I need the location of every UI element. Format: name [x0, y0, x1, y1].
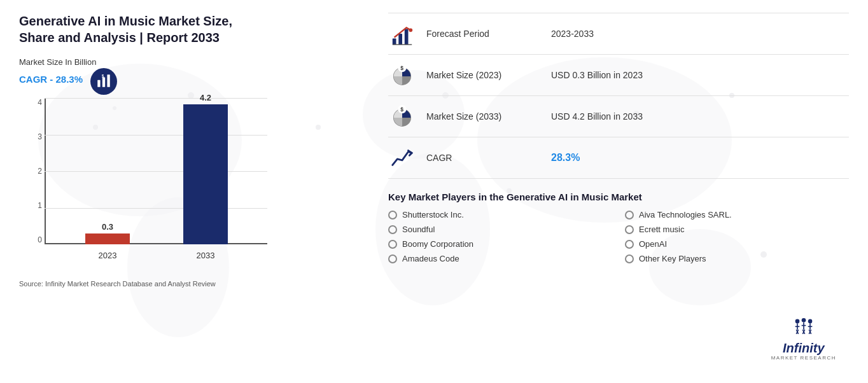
cagr-label: CAGR - 28.3%	[19, 74, 83, 85]
infinity-logo: Infinity Market Research	[771, 316, 836, 361]
player-bullet-1	[388, 211, 397, 219]
metric-name-size2033: Market Size (2033)	[426, 111, 541, 122]
svg-rect-20	[398, 34, 402, 45]
players-section: Key Market Players in the Generative AI …	[388, 192, 849, 265]
svg-text:$: $	[400, 106, 403, 113]
svg-point-32	[808, 319, 812, 324]
svg-point-31	[801, 318, 806, 323]
svg-text:$: $	[400, 65, 403, 71]
player-name-3: Soundful	[402, 225, 435, 234]
bar-2023	[85, 233, 130, 244]
metric-row-size2033: $ Market Size (2033) USD 4.2 Billion in …	[388, 96, 849, 137]
forecast-icon	[388, 20, 416, 48]
metric-name-size2023: Market Size (2023)	[426, 70, 541, 80]
metric-row-forecast: Forecast Period 2023-2033	[388, 13, 849, 55]
player-item-7: Amadeus Code	[388, 253, 612, 265]
metric-value-cagr: 28.3%	[551, 152, 580, 164]
player-item-5: Boomy Corporation	[388, 238, 612, 250]
y-tick-3: 3	[38, 132, 42, 141]
player-bullet-3	[388, 225, 397, 234]
player-bullet-6	[625, 240, 634, 249]
metric-row-cagr: CAGR 28.3%	[388, 137, 849, 179]
players-grid: Shutterstock Inc. Aiva Technologies SARL…	[388, 209, 849, 265]
source-text: Source: Infinity Market Research Databas…	[19, 280, 363, 288]
report-title: Generative AI in Music Market Size, Shar…	[19, 13, 261, 46]
y-tick-1: 1	[38, 201, 42, 210]
left-panel: Generative AI in Music Market Size, Shar…	[19, 13, 363, 370]
player-name-4: Ecrett music	[639, 225, 685, 234]
cagr-icon: $	[90, 68, 117, 95]
metrics-section: Forecast Period 2023-2033 $	[388, 13, 849, 179]
metric-value-forecast: 2023-2033	[551, 29, 594, 39]
y-tick-0: 0	[38, 235, 42, 244]
player-item-1: Shutterstock Inc.	[388, 209, 612, 221]
svg-point-22	[409, 28, 412, 32]
player-item-6: OpenAI	[625, 238, 849, 250]
player-item-2: Aiva Technologies SARL.	[625, 209, 849, 221]
bar-value-2033: 4.2	[200, 93, 211, 102]
bar-value-2023: 0.3	[102, 222, 113, 232]
size2033-icon: $	[388, 102, 416, 130]
player-item-4: Ecrett music	[625, 223, 849, 235]
metric-name-forecast: Forecast Period	[426, 29, 541, 39]
player-bullet-5	[388, 240, 397, 249]
player-name-6: OpenAI	[639, 239, 667, 249]
logo-icon	[788, 316, 820, 342]
player-name-5: Boomy Corporation	[402, 239, 473, 249]
players-title: Key Market Players in the Generative AI …	[388, 192, 849, 202]
bar-2033	[183, 104, 228, 244]
size2023-icon: $	[388, 61, 416, 89]
y-tick-4: 4	[38, 98, 42, 107]
player-name-7: Amadeus Code	[402, 254, 459, 263]
right-panel: Forecast Period 2023-2033 $	[363, 13, 849, 370]
player-bullet-7	[388, 254, 397, 263]
metric-row-size2023: $ Market Size (2023) USD 0.3 Billion in …	[388, 55, 849, 96]
svg-rect-21	[405, 29, 409, 45]
player-name-2: Aiva Technologies SARL.	[639, 210, 732, 219]
cagr-metric-icon	[388, 144, 416, 172]
metric-value-size2033: USD 4.2 Billion in 2033	[551, 111, 643, 122]
metric-name-cagr: CAGR	[426, 153, 541, 163]
svg-rect-17	[107, 74, 109, 87]
player-bullet-4	[625, 225, 634, 234]
svg-point-30	[795, 319, 799, 324]
player-bullet-8	[625, 254, 634, 263]
svg-rect-15	[97, 80, 100, 87]
logo-name: Infinity	[783, 342, 825, 354]
x-label-2033: 2033	[197, 251, 215, 260]
svg-rect-19	[393, 39, 396, 45]
bar-chart-area: Market Size In Billion CAGR - 28.3% $	[19, 57, 325, 274]
logo-sub: Market Research	[771, 355, 836, 361]
chart-y-label: Market Size In Billion	[19, 57, 325, 67]
metric-value-size2023: USD 0.3 Billion in 2023	[551, 70, 643, 80]
player-item-8: Other Key Players	[625, 253, 849, 265]
player-item-3: Soundful	[388, 223, 612, 235]
svg-rect-16	[102, 78, 105, 87]
player-name-1: Shutterstock Inc.	[402, 210, 464, 219]
svg-text:$: $	[102, 74, 104, 79]
player-bullet-2	[625, 211, 634, 219]
player-name-8: Other Key Players	[639, 254, 706, 263]
x-label-2023: 2023	[99, 251, 117, 260]
y-tick-2: 2	[38, 167, 42, 176]
